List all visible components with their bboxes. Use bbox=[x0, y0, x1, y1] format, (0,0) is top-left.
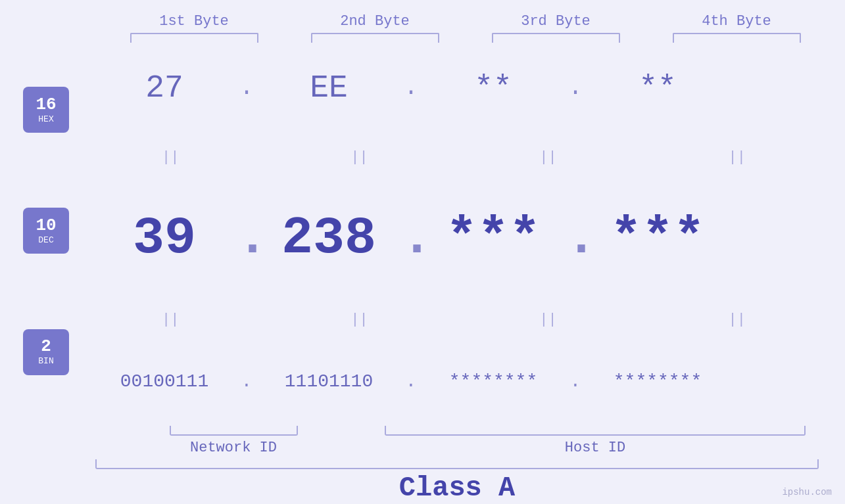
hex-b2-value: EE bbox=[310, 70, 348, 106]
id-labels-area: Network ID Host ID bbox=[95, 426, 819, 456]
dec-row: 39 . 238 . *** . *** bbox=[92, 208, 815, 268]
dec-b3-cell: *** bbox=[421, 208, 566, 268]
hex-b2-cell: EE bbox=[256, 70, 401, 106]
eq2-b4: || bbox=[665, 311, 809, 328]
dec-b1-cell: 39 bbox=[92, 208, 237, 268]
dec-b4-value: *** bbox=[610, 208, 705, 268]
equals-row-2: || || || || bbox=[92, 310, 815, 330]
byte3-header: 3rd Byte bbox=[483, 13, 628, 30]
bin-b1-value: 00100111 bbox=[120, 371, 208, 392]
dec-dot1: . bbox=[237, 212, 256, 265]
bin-dot2: . bbox=[401, 371, 421, 392]
eq1-b4: || bbox=[665, 149, 809, 166]
dec-badge-number: 10 bbox=[36, 217, 56, 234]
dec-b1-value: 39 bbox=[133, 208, 196, 268]
bin-badge: 2 BIN bbox=[23, 329, 69, 375]
byte1-header: 1st Byte bbox=[122, 13, 266, 30]
watermark: ipshu.com bbox=[782, 487, 832, 497]
dec-dot3: . bbox=[566, 212, 585, 265]
hex-b1-value: 27 bbox=[145, 70, 183, 106]
main-container: 1st Byte 2nd Byte 3rd Byte 4th Byte 16 H… bbox=[0, 0, 845, 504]
bin-badge-number: 2 bbox=[41, 338, 51, 355]
hex-b4-value: ** bbox=[639, 70, 677, 106]
eq1-b1: || bbox=[98, 149, 243, 166]
host-id-section: Host ID bbox=[372, 426, 819, 456]
byte2-header: 2nd Byte bbox=[302, 13, 447, 30]
eq1-b2: || bbox=[287, 149, 431, 166]
eq2-b2: || bbox=[287, 311, 431, 328]
class-row: Class A bbox=[95, 459, 819, 504]
hex-row: 27 . EE . ** . ** bbox=[92, 70, 815, 106]
bracket-byte4 bbox=[673, 33, 801, 43]
network-id-bracket bbox=[170, 426, 298, 436]
network-id-section: Network ID bbox=[95, 426, 372, 456]
bracket-byte1 bbox=[130, 33, 258, 43]
dec-badge: 10 DEC bbox=[23, 208, 69, 254]
bin-dot3: . bbox=[566, 371, 585, 392]
top-brackets bbox=[104, 33, 827, 43]
byte-headers: 1st Byte 2nd Byte 3rd Byte 4th Byte bbox=[104, 13, 827, 30]
byte4-header: 4th Byte bbox=[664, 13, 809, 30]
bin-b4-cell: ******** bbox=[585, 371, 730, 392]
bottom-section: Network ID Host ID Class A bbox=[0, 426, 845, 504]
bin-b2-value: 11101110 bbox=[285, 371, 373, 392]
host-id-bracket bbox=[385, 426, 806, 436]
bin-b3-cell: ******** bbox=[421, 371, 566, 392]
bin-b3-value: ******** bbox=[449, 371, 537, 392]
eq2-b1: || bbox=[98, 311, 243, 328]
dec-b4-cell: *** bbox=[585, 208, 730, 268]
class-label: Class A bbox=[399, 472, 515, 504]
bin-dot1: . bbox=[237, 371, 256, 392]
dec-b3-value: *** bbox=[446, 208, 541, 268]
hex-b1-cell: 27 bbox=[92, 70, 237, 106]
class-bracket bbox=[95, 459, 819, 469]
values-grid: 27 . EE . ** . ** || || bbox=[92, 43, 845, 419]
equals-row-1: || || || || bbox=[92, 147, 815, 167]
host-id-label: Host ID bbox=[565, 440, 625, 456]
hex-dot3: . bbox=[566, 74, 585, 101]
hex-dot1: . bbox=[237, 74, 256, 101]
bin-b2-cell: 11101110 bbox=[256, 371, 401, 392]
eq2-b3: || bbox=[476, 311, 621, 328]
hex-dot2: . bbox=[401, 74, 421, 101]
dec-b2-value: 238 bbox=[281, 208, 376, 268]
hex-badge-label: HEX bbox=[38, 114, 53, 124]
content-area: 16 HEX 10 DEC 2 BIN 27 . EE bbox=[0, 43, 845, 419]
hex-b4-cell: ** bbox=[585, 70, 730, 106]
bin-b4-value: ******** bbox=[614, 371, 702, 392]
dec-badge-label: DEC bbox=[38, 235, 53, 245]
dec-dot2: . bbox=[401, 212, 421, 265]
hex-b3-cell: ** bbox=[421, 70, 566, 106]
hex-badge: 16 HEX bbox=[23, 87, 69, 133]
dec-b2-cell: 238 bbox=[256, 208, 401, 268]
bin-b1-cell: 00100111 bbox=[92, 371, 237, 392]
hex-b3-value: ** bbox=[474, 70, 512, 106]
badges-column: 16 HEX 10 DEC 2 BIN bbox=[0, 43, 92, 419]
bin-row: 00100111 . 11101110 . ******** . *******… bbox=[92, 371, 815, 392]
bracket-byte3 bbox=[492, 33, 620, 43]
bin-badge-label: BIN bbox=[38, 356, 53, 366]
bracket-byte2 bbox=[311, 33, 439, 43]
hex-badge-number: 16 bbox=[36, 96, 56, 113]
network-id-label: Network ID bbox=[190, 440, 277, 456]
eq1-b3: || bbox=[476, 149, 621, 166]
